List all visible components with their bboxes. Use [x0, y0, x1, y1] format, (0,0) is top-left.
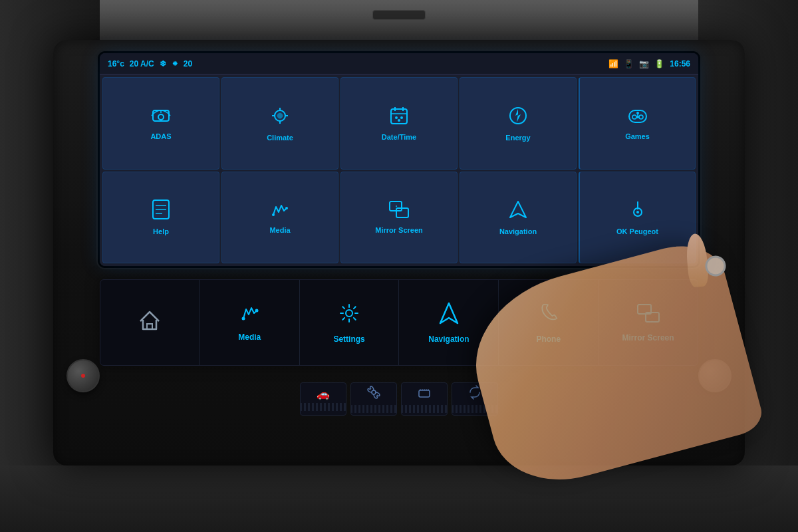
svg-point-42	[372, 390, 376, 394]
ac-display: 20 A/C	[130, 59, 154, 68]
svg-rect-29	[396, 208, 408, 217]
climate-icon	[269, 105, 291, 130]
svg-marker-31	[510, 201, 526, 217]
btn-grid3	[401, 405, 448, 413]
games-icon	[626, 106, 649, 128]
datetime-label: Date/Time	[382, 133, 416, 141]
nav-item-settings[interactable]: Settings	[300, 280, 400, 365]
ceiling-light	[372, 10, 426, 20]
adas-label: ADAS	[150, 132, 171, 140]
svg-point-12	[395, 116, 398, 119]
app-tile-adas[interactable]: ADAS	[102, 77, 219, 170]
app-tile-help[interactable]: Help	[102, 172, 219, 264]
navigation-nav-icon	[439, 302, 459, 329]
help-label: Help	[153, 227, 169, 235]
car-icon: 🚗	[317, 388, 330, 400]
status-bar: 16°c 20 A/C ❄ ⁕ 20 📶 📱 📷 🔋 16:56	[100, 53, 698, 74]
app-tile-climate[interactable]: Climate	[221, 77, 338, 170]
media-nav-icon	[238, 304, 261, 327]
svg-marker-39	[440, 303, 458, 323]
media-icon	[269, 200, 291, 222]
svg-point-17	[632, 115, 636, 119]
app-tile-energy[interactable]: Energy	[460, 77, 577, 170]
time-display: 16:56	[670, 59, 690, 68]
media-label: Media	[269, 226, 290, 234]
app-tile-datetime[interactable]: Date/Time	[340, 77, 458, 170]
svg-rect-43	[419, 390, 430, 397]
status-right: 📶 📱 📷 🔋 16:56	[608, 59, 690, 68]
settings-nav-icon	[338, 302, 360, 329]
mirrorscreen-label: Mirror Screen	[375, 226, 423, 234]
svg-point-13	[400, 116, 403, 119]
btn-grid2	[350, 405, 397, 413]
navigation-nav-label: Navigation	[428, 334, 469, 344]
svg-point-27	[272, 213, 275, 216]
datetime-icon	[390, 106, 408, 129]
svg-point-26	[285, 207, 288, 209]
app-tile-navigation[interactable]: Navigation	[460, 172, 577, 264]
app-grid: ADAS Climate	[100, 74, 698, 266]
bluetooth-small-icon: ⁕	[172, 59, 178, 68]
navigation-icon	[509, 199, 527, 223]
games-label: Games	[625, 132, 650, 140]
okpeugeot-label: OK Peugeot	[616, 227, 658, 235]
svg-point-1	[158, 114, 164, 120]
status-left: 16°c 20 A/C ❄ ⁕ 20	[108, 59, 192, 68]
settings-nav-label: Settings	[333, 334, 364, 344]
nav-item-home[interactable]	[100, 280, 200, 365]
energy-icon	[509, 105, 527, 130]
adas-icon	[150, 106, 172, 128]
bluetooth-icon: 📶	[608, 59, 618, 68]
fan-btn-icon	[366, 385, 381, 402]
energy-label: Energy	[505, 134, 530, 142]
ok-peugeot-icon	[630, 199, 646, 223]
svg-point-38	[346, 310, 352, 317]
svg-point-18	[639, 115, 643, 119]
battery-icon: 🔋	[654, 59, 664, 68]
fan-icon: ❄	[160, 59, 166, 68]
svg-point-34	[636, 211, 639, 213]
bottom-area	[0, 466, 798, 532]
app-tile-games[interactable]: Games	[579, 77, 696, 170]
mirror-screen-icon	[388, 200, 410, 222]
svg-point-20	[636, 112, 639, 114]
nav-item-media[interactable]: Media	[200, 280, 300, 365]
camera-icon: 📷	[639, 59, 649, 68]
phys-btn-defrost[interactable]	[401, 382, 448, 416]
phys-btn-fan[interactable]	[350, 382, 397, 416]
wifi-icon: 📱	[624, 59, 634, 68]
app-tile-media[interactable]: Media	[221, 172, 338, 264]
knob-left[interactable]	[66, 359, 100, 392]
svg-point-37	[242, 317, 245, 320]
app-tile-mirrorscreen[interactable]: Mirror Screen	[340, 172, 458, 264]
home-icon	[138, 309, 162, 336]
navigation-label: Navigation	[499, 227, 537, 235]
help-icon	[152, 199, 170, 223]
main-screen: 16°c 20 A/C ❄ ⁕ 20 📶 📱 📷 🔋 16:56	[100, 53, 698, 266]
media-nav-label: Media	[238, 332, 261, 342]
svg-point-36	[255, 309, 259, 312]
svg-point-14	[398, 119, 400, 122]
btn-grid	[300, 403, 346, 411]
climate-label: Climate	[267, 134, 293, 142]
fan-speed-display: 20	[184, 59, 192, 68]
defrost-icon	[417, 385, 432, 402]
temperature-display: 16°c	[108, 59, 124, 68]
svg-point-21	[636, 116, 639, 118]
phys-btn-car[interactable]: 🚗	[300, 382, 346, 416]
